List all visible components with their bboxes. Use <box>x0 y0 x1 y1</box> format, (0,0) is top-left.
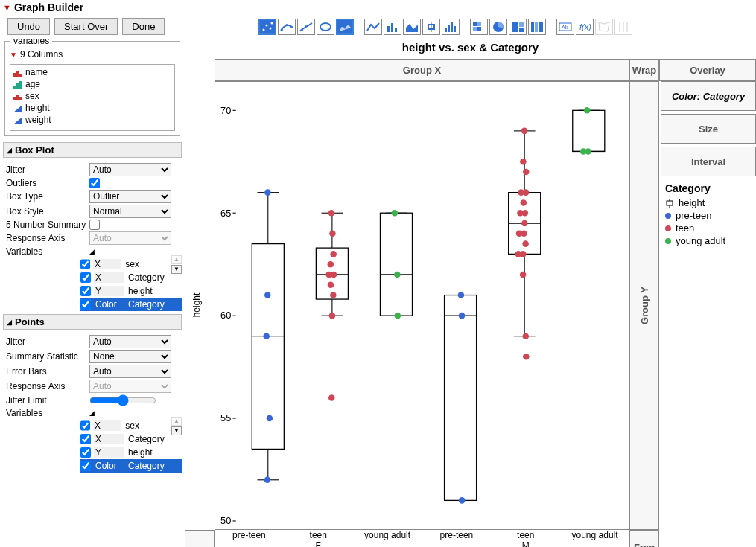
prop-select[interactable]: None <box>89 350 171 363</box>
svg-rect-138 <box>667 201 673 205</box>
role-row[interactable]: ColorCategory <box>80 298 182 311</box>
legend-item[interactable]: pre-teen <box>665 210 752 221</box>
role-row[interactable]: XCategory <box>80 432 182 446</box>
x-tick-label: pre-teen <box>422 530 491 540</box>
dropzone-overlay[interactable]: Overlay <box>659 59 756 81</box>
prop-select: Auto <box>89 231 171 245</box>
svg-point-70 <box>264 189 271 196</box>
formula-element-icon[interactable]: f(x) <box>576 19 594 35</box>
role-check[interactable] <box>80 272 91 283</box>
svg-rect-42 <box>19 74 22 77</box>
column-item[interactable]: sex <box>12 90 173 102</box>
svg-point-122 <box>521 199 527 206</box>
svg-point-136 <box>584 107 591 114</box>
prop-select[interactable]: Auto <box>89 365 171 378</box>
x-tick-label: young adult <box>560 530 629 540</box>
role-check[interactable] <box>80 286 91 296</box>
role-check[interactable] <box>80 461 91 471</box>
dropzone-interval[interactable]: Interval <box>661 147 756 176</box>
role-row[interactable]: Xsex▲▼ <box>80 257 182 271</box>
svg-rect-19 <box>445 28 447 32</box>
svg-point-5 <box>282 29 283 31</box>
dropzone-group-x[interactable]: Group X <box>215 59 629 81</box>
move-down-icon[interactable]: ▼ <box>171 265 182 274</box>
plot-area[interactable]: 5055606570 <box>215 81 629 530</box>
dropzone-color[interactable]: Color: Category <box>661 81 756 111</box>
undo-button[interactable]: Undo <box>7 18 50 35</box>
prop-select[interactable]: Normal <box>89 205 171 218</box>
smoother-element-icon[interactable] <box>278 19 296 35</box>
window-titlebar: ▼ Graph Builder <box>0 0 756 15</box>
heatmap-element-icon[interactable] <box>470 19 488 35</box>
prop-select[interactable]: Auto <box>89 335 171 348</box>
svg-rect-22 <box>454 26 456 32</box>
svg-rect-41 <box>16 71 19 77</box>
role-check[interactable] <box>80 420 90 431</box>
role-row[interactable]: Yheight <box>80 284 182 298</box>
dropzone-map-shape[interactable]: Map Shape <box>185 530 215 547</box>
role-row[interactable]: Yheight <box>80 446 182 459</box>
prop-check[interactable] <box>89 220 100 230</box>
move-down-icon[interactable]: ▼ <box>171 426 182 435</box>
disclosure-triangle-icon[interactable]: ◢ <box>89 409 95 417</box>
svg-point-95 <box>392 210 398 217</box>
column-item[interactable]: age <box>12 78 173 90</box>
legend-item[interactable]: young adult <box>665 235 752 246</box>
dropzone-group-y[interactable]: Group Y <box>629 81 659 530</box>
caption-element-icon[interactable]: Ab <box>556 19 574 35</box>
column-item[interactable]: weight <box>12 114 173 126</box>
lineoffit-element-icon[interactable] <box>297 19 315 35</box>
dropzone-size[interactable]: Size <box>661 114 756 144</box>
pie-element-icon[interactable] <box>489 19 507 35</box>
svg-rect-100 <box>445 295 477 501</box>
role-row[interactable]: Xsex▲▼ <box>80 419 182 432</box>
svg-point-78 <box>329 313 336 319</box>
column-list[interactable]: nameagesexheightweight <box>10 64 175 131</box>
disclosure-triangle-icon[interactable]: ◢ <box>89 248 95 255</box>
startover-button[interactable]: Start Over <box>54 18 118 35</box>
svg-rect-21 <box>451 22 453 32</box>
svg-text:50: 50 <box>220 515 231 526</box>
role-check[interactable] <box>80 434 91 444</box>
svg-rect-33 <box>539 22 543 32</box>
role-row[interactable]: XCategory <box>80 271 182 284</box>
done-button[interactable]: Done <box>122 18 165 35</box>
histogram-element-icon[interactable] <box>442 19 460 35</box>
role-check[interactable] <box>80 299 91 310</box>
column-item[interactable]: height <box>12 102 173 114</box>
dropzone-freq[interactable]: Freq <box>629 530 659 547</box>
jitter-limit-slider[interactable] <box>89 394 156 406</box>
svg-rect-32 <box>535 22 538 32</box>
ellipse-element-icon[interactable] <box>317 19 334 35</box>
points-element-icon[interactable] <box>258 19 276 35</box>
svg-rect-40 <box>13 73 16 77</box>
columns-disclosure-icon[interactable]: ▼ <box>10 51 17 59</box>
boxplot-section-header[interactable]: ◢ Box Plot <box>3 142 182 158</box>
prop-select: Auto <box>89 380 171 393</box>
prop-row: Response AxisAuto <box>3 379 182 394</box>
dropzone-wrap[interactable]: Wrap <box>629 59 659 81</box>
bar-element-icon[interactable] <box>384 19 401 35</box>
column-item[interactable]: name <box>12 66 173 78</box>
treemap-element-icon[interactable] <box>509 19 527 35</box>
svg-point-83 <box>328 261 334 268</box>
boxplot-element-icon[interactable] <box>422 19 440 35</box>
disclosure-icon[interactable]: ▼ <box>3 3 11 12</box>
role-row[interactable]: ColorCategory <box>80 459 182 473</box>
legend-item[interactable]: teen <box>665 223 752 234</box>
prop-select[interactable]: Auto <box>89 163 171 176</box>
svg-point-68 <box>263 333 270 339</box>
mosaic-element-icon[interactable] <box>528 19 546 35</box>
svg-point-7 <box>290 26 292 28</box>
svg-point-4 <box>271 22 273 24</box>
x-tick-label: young adult <box>353 530 422 540</box>
line-element-icon[interactable] <box>364 19 382 35</box>
prop-check[interactable] <box>89 178 100 188</box>
prop-select[interactable]: Outlier <box>89 190 171 203</box>
variables-groupbox: Variables ▼ 9 Columns nameagesexheightwe… <box>4 41 180 136</box>
role-check[interactable] <box>80 259 90 269</box>
points-section-header[interactable]: ◢ Points <box>3 314 182 330</box>
area-element-icon[interactable] <box>403 19 421 35</box>
role-check[interactable] <box>80 447 91 458</box>
contour-element-icon[interactable] <box>336 19 354 35</box>
